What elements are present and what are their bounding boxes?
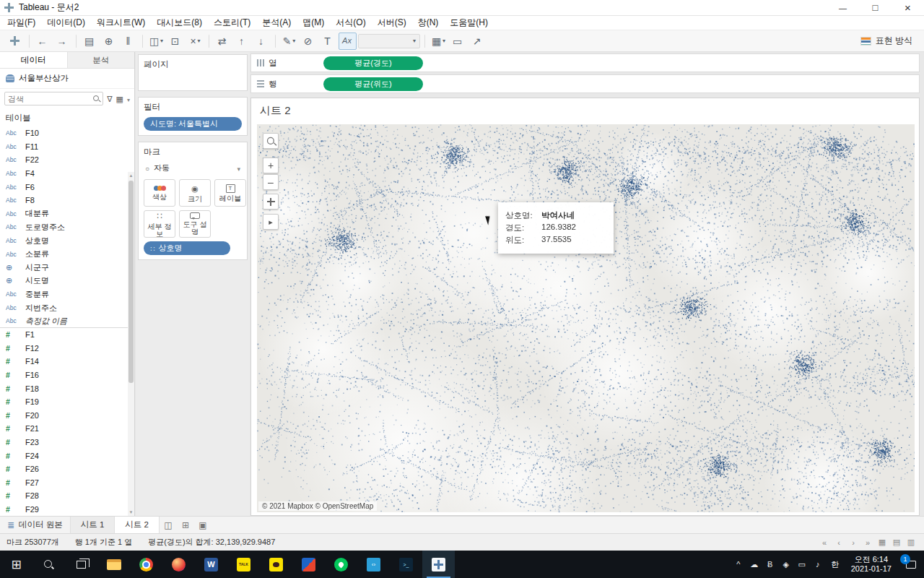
- share-icon[interactable]: ↗: [468, 33, 487, 50]
- next-sheet-icon[interactable]: ›: [847, 536, 860, 549]
- fit-view-icon[interactable]: ▦ ▾: [430, 33, 448, 50]
- group-members-icon[interactable]: ⊘: [300, 33, 318, 50]
- scrollbar-thumb[interactable]: [128, 181, 134, 383]
- columns-pill[interactable]: 평균(경도): [323, 56, 423, 70]
- mark-type-dropdown[interactable]: 자동: [144, 162, 242, 179]
- menu-item[interactable]: 워크시트(W): [91, 15, 151, 30]
- new-story-icon[interactable]: [194, 517, 212, 533]
- vscode-icon[interactable]: [357, 551, 390, 578]
- close-button[interactable]: [892, 0, 924, 15]
- show-sheet-tabs-icon[interactable]: ▦: [876, 536, 889, 549]
- field-item[interactable]: F8: [0, 194, 128, 207]
- file-explorer-icon[interactable]: [97, 551, 130, 578]
- tab-analytics[interactable]: 분석: [67, 52, 135, 68]
- presentation-mode-icon[interactable]: ▭: [449, 33, 467, 50]
- chrome-icon[interactable]: [130, 551, 162, 578]
- toolbar-separator[interactable]: [29, 35, 30, 48]
- field-item[interactable]: 시도명: [0, 275, 128, 288]
- marks-card[interactable]: 마크 자동 색상 크기 레이블: [138, 142, 248, 260]
- color-button[interactable]: 색상: [144, 179, 175, 207]
- field-item[interactable]: 측정값 이름: [0, 314, 128, 328]
- maximize-button[interactable]: [859, 0, 892, 15]
- bluetooth-icon[interactable]: Ƀ: [762, 551, 778, 578]
- hancom-icon[interactable]: [292, 551, 325, 578]
- field-item[interactable]: F27: [0, 475, 128, 489]
- security-icon[interactable]: ◈: [778, 551, 794, 578]
- menu-item[interactable]: 데이터(D): [41, 15, 91, 30]
- display-icon[interactable]: ▭: [794, 551, 810, 578]
- size-button[interactable]: 크기: [179, 179, 211, 207]
- taskbar-clock[interactable]: 오전 6:14 2021-01-17: [845, 555, 898, 574]
- view-options-icon[interactable]: [116, 94, 123, 104]
- last-sheet-icon[interactable]: »: [861, 536, 874, 549]
- task-view-button[interactable]: [65, 551, 97, 578]
- menu-item[interactable]: 서식(O): [330, 15, 371, 30]
- undo-icon[interactable]: ←: [34, 33, 52, 50]
- clear-sheet-icon[interactable]: × ▾: [186, 33, 204, 50]
- add-datasource-icon[interactable]: ⊕: [100, 33, 118, 50]
- sort-descending-icon[interactable]: ↓: [253, 33, 271, 50]
- show-filmstrip-icon[interactable]: ▤: [890, 536, 903, 549]
- field-item[interactable]: F19: [0, 395, 128, 409]
- highlight-icon[interactable]: ✎ ▾: [280, 33, 298, 50]
- menu-item[interactable]: 대시보드(8): [151, 15, 208, 30]
- word-icon[interactable]: [195, 551, 227, 578]
- terminal-icon[interactable]: [390, 551, 422, 578]
- field-item[interactable]: F1: [0, 328, 128, 342]
- map-search-button[interactable]: [263, 133, 279, 149]
- map-tools-expand-button[interactable]: [263, 214, 279, 230]
- map-canvas[interactable]: [257, 124, 915, 512]
- new-worksheet-icon[interactable]: [160, 517, 177, 533]
- field-item[interactable]: 중분류: [0, 288, 128, 301]
- tableau-logo-icon[interactable]: [6, 33, 25, 50]
- sort-ascending-icon[interactable]: ↑: [233, 33, 251, 50]
- pause-updates-icon[interactable]: ‖: [120, 33, 138, 50]
- duplicate-icon[interactable]: ⊡: [167, 33, 185, 50]
- field-item[interactable]: 도로명주소: [0, 220, 128, 234]
- view-options-caret-icon[interactable]: [127, 94, 130, 104]
- save-icon[interactable]: ▤: [81, 33, 99, 50]
- field-item[interactable]: 대분류: [0, 207, 128, 221]
- redo-icon[interactable]: →: [53, 33, 71, 50]
- kakaotalk-icon[interactable]: [227, 551, 260, 578]
- map-app-icon[interactable]: [325, 551, 357, 578]
- field-item[interactable]: F22: [0, 153, 128, 167]
- field-item[interactable]: F24: [0, 449, 128, 462]
- field-item[interactable]: F4: [0, 167, 128, 181]
- menu-item[interactable]: 파일(F): [1, 15, 41, 30]
- tableau-icon[interactable]: [422, 551, 455, 578]
- field-item[interactable]: 소분류: [0, 247, 128, 261]
- field-item[interactable]: F28: [0, 489, 128, 503]
- field-item[interactable]: F21: [0, 422, 128, 436]
- field-item[interactable]: F16: [0, 368, 128, 382]
- toolbar-separator[interactable]: [424, 35, 425, 48]
- field-item[interactable]: F18: [0, 381, 128, 395]
- tab-data[interactable]: 데이터: [0, 52, 67, 68]
- prev-sheet-icon[interactable]: ‹: [832, 536, 845, 549]
- action-center-button[interactable]: 1: [898, 561, 924, 569]
- zoom-home-button[interactable]: [263, 194, 279, 210]
- field-item[interactable]: F10: [0, 126, 128, 140]
- toolbar-separator[interactable]: [76, 35, 77, 48]
- field-item[interactable]: F20: [0, 408, 128, 422]
- menu-item[interactable]: 창(N): [412, 15, 445, 30]
- rows-pill[interactable]: 평균(위도): [323, 77, 423, 91]
- swap-axes-icon[interactable]: ⇄: [214, 33, 232, 50]
- toolbar-separator[interactable]: [275, 35, 276, 48]
- pages-card[interactable]: 페이지: [138, 54, 248, 91]
- detail-button[interactable]: 세부 정보: [144, 210, 175, 238]
- scroll-down-icon[interactable]: ▼: [128, 509, 134, 515]
- search-box[interactable]: [4, 92, 103, 105]
- field-item[interactable]: F12: [0, 342, 128, 355]
- taskbar-search-button[interactable]: [32, 551, 65, 578]
- cloud-icon[interactable]: ☁: [746, 551, 762, 578]
- menu-item[interactable]: 서버(S): [372, 15, 412, 30]
- menu-item[interactable]: 맵(M): [297, 15, 330, 30]
- show-mark-labels-icon[interactable]: T: [319, 33, 337, 50]
- tab-sheet1[interactable]: 시트 1: [71, 517, 116, 533]
- toolbar-separator[interactable]: [142, 35, 143, 48]
- filter-pill[interactable]: 시도명: 서울특별시: [144, 117, 242, 131]
- label-button[interactable]: 레이블: [214, 179, 246, 207]
- toolbar-separator[interactable]: [209, 35, 209, 48]
- fields-scrollbar[interactable]: ▲ ▼: [128, 172, 134, 516]
